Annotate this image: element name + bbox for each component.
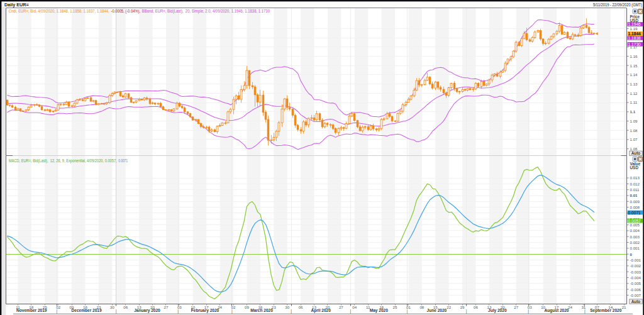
svg-text:1.07: 1.07: [630, 137, 638, 141]
svg-text:July 2020: July 2020: [488, 308, 507, 313]
svg-text:1.16: 1.16: [630, 54, 638, 58]
svg-text:27: 27: [164, 305, 169, 309]
svg-text:0.0057: 0.0057: [628, 219, 641, 223]
svg-text:May 2020: May 2020: [370, 308, 388, 313]
svg-text:January 2020: January 2020: [134, 308, 160, 313]
svg-text:-0.003: -0.003: [630, 270, 641, 274]
svg-text:1.1: 1.1: [630, 109, 636, 114]
svg-text:|: |: [584, 309, 586, 314]
svg-text:09: 09: [245, 305, 249, 309]
svg-text:0.011: 0.011: [630, 187, 640, 192]
svg-text:1.1730: 1.1730: [628, 42, 641, 47]
svg-text:|: |: [350, 309, 351, 314]
svg-text:0.001: 0.001: [630, 246, 640, 250]
svg-text:5/11/2019 - 22/09/2020 (GMT): 5/11/2019 - 22/09/2020 (GMT): [593, 3, 642, 8]
svg-text:30: 30: [285, 305, 289, 309]
svg-text:0.009: 0.009: [630, 199, 640, 204]
svg-text:1.1838: 1.1838: [628, 36, 641, 40]
svg-text:06: 06: [474, 305, 478, 309]
svg-text:-0.001: -0.001: [630, 258, 641, 262]
svg-text:April 2020: April 2020: [311, 308, 331, 313]
svg-text:-0.0005, (-0.04%),: -0.0005, (-0.04%),: [111, 9, 141, 14]
svg-text:Auto: Auto: [631, 151, 641, 155]
svg-text:|: |: [466, 309, 467, 314]
svg-text:1.15: 1.15: [630, 64, 638, 68]
svg-text:March 2020: March 2020: [250, 308, 273, 312]
svg-text:27: 27: [339, 305, 343, 309]
svg-text:06: 06: [123, 305, 128, 309]
svg-text:0.002: 0.002: [630, 240, 640, 245]
svg-text:MACD, EUR=, Bid(Last), 12, 26: MACD, EUR=, Bid(Last), 12, 26, 9, Expone…: [9, 158, 117, 163]
svg-text:21: 21: [622, 305, 626, 309]
svg-text:Auto: Auto: [631, 299, 641, 304]
svg-text:0.004: 0.004: [630, 228, 640, 233]
svg-text:0: 0: [630, 252, 633, 257]
svg-text:USD: USD: [630, 165, 639, 170]
svg-text:27: 27: [514, 305, 518, 309]
svg-text:0.0071: 0.0071: [628, 211, 641, 215]
svg-text:USD: USD: [630, 18, 639, 23]
svg-text:|: |: [528, 309, 529, 314]
svg-text:-0.004: -0.004: [630, 275, 641, 280]
svg-text:29: 29: [460, 305, 465, 309]
svg-text:08: 08: [419, 305, 424, 309]
svg-text:|: |: [57, 309, 58, 314]
svg-text:06: 06: [299, 305, 303, 309]
svg-text:November 2019: November 2019: [16, 308, 47, 312]
svg-text:1.13: 1.13: [630, 82, 638, 86]
svg-text:August 2020: August 2020: [545, 308, 569, 313]
svg-text:0.005: 0.005: [630, 223, 640, 227]
svg-text:0.013: 0.013: [630, 175, 640, 180]
svg-text:|: |: [406, 309, 408, 314]
svg-text:0.003: 0.003: [630, 235, 640, 239]
svg-text:Cndl, EUR=, Bid, 4/09/2020, 1.: Cndl, EUR=, Bid, 4/09/2020, 1.1848, 1.18…: [9, 9, 109, 13]
svg-text:|: |: [231, 309, 233, 314]
svg-text:June 2020: June 2020: [427, 308, 447, 312]
svg-text:Daily EUR=: Daily EUR=: [4, 2, 29, 8]
svg-text:1.09: 1.09: [630, 119, 638, 123]
svg-text:0.0071: 0.0071: [118, 158, 128, 163]
svg-text:1.11: 1.11: [630, 100, 638, 104]
svg-text:|: |: [291, 309, 292, 314]
svg-text:1.19: 1.19: [630, 26, 638, 31]
svg-text:0.012: 0.012: [630, 182, 640, 186]
svg-text:22: 22: [447, 305, 451, 309]
svg-text:|: |: [177, 309, 179, 314]
svg-text:1.12: 1.12: [630, 91, 638, 96]
svg-text:-0.002: -0.002: [630, 263, 641, 268]
svg-text:December 2019: December 2019: [72, 308, 102, 312]
svg-text:-0.005: -0.005: [630, 281, 641, 285]
svg-text:-0.006: -0.006: [630, 287, 641, 292]
svg-text:25: 25: [393, 305, 397, 309]
svg-text:30: 30: [110, 305, 114, 309]
svg-text:|: |: [116, 309, 117, 314]
svg-text:-0.007: -0.007: [630, 293, 641, 297]
svg-text:February 2020: February 2020: [191, 308, 219, 313]
svg-text:0.01: 0.01: [630, 193, 638, 197]
svg-text:1.08: 1.08: [630, 128, 638, 133]
svg-text:BBand, EUR=, Bid(Last), 20, S: BBand, EUR=, Bid(Last), 20, Simple, 2.0,…: [142, 9, 270, 14]
svg-text:1.14: 1.14: [630, 72, 638, 77]
svg-text:September 2020: September 2020: [590, 308, 622, 313]
svg-text:0.008: 0.008: [630, 205, 640, 209]
svg-text:04: 04: [352, 305, 357, 309]
